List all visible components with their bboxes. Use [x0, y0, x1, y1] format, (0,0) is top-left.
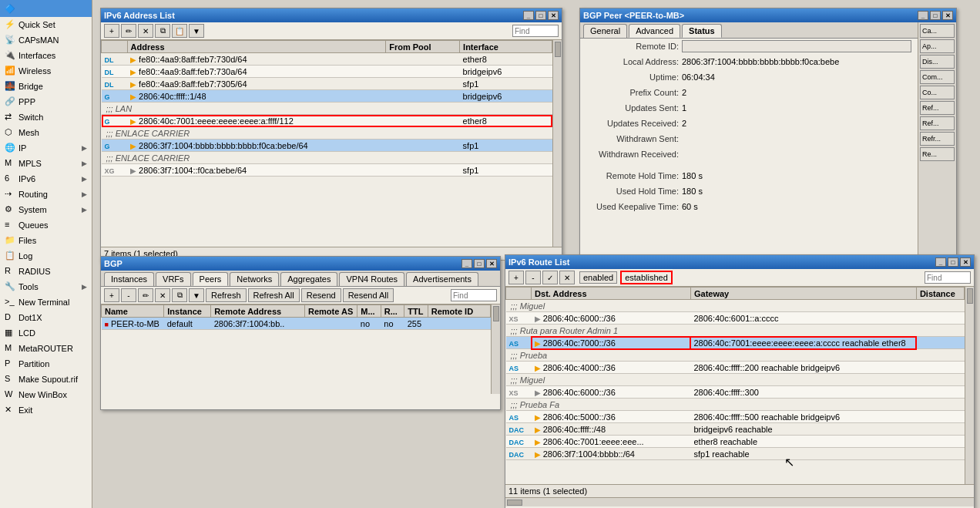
- tab-general[interactable]: General: [583, 24, 627, 38]
- sidebar-item-wireless[interactable]: 📶 Wireless: [0, 63, 92, 79]
- sidebar-item-routing[interactable]: ⇢ Routing ▶: [0, 187, 92, 202]
- sidebar-item-ipv6[interactable]: 6 IPv6 ▶: [0, 171, 92, 187]
- remote-id-input[interactable]: [682, 40, 911, 52]
- bgp-btn-dis[interactable]: Dis...: [920, 55, 955, 69]
- bgp-filter-btn[interactable]: ▼: [189, 288, 204, 302]
- add-address-btn[interactable]: +: [104, 24, 119, 38]
- bgp-edit-btn[interactable]: ✏: [138, 288, 153, 302]
- ipv6-minimize-btn[interactable]: _: [523, 11, 534, 20]
- table-row[interactable]: DL ▶ fe80::4aa9:8aff:feb7:730a/64 bridge…: [102, 66, 552, 78]
- table-row[interactable]: AS ▶ 2806:40c:5000::/36 2806:40c:ffff::5…: [506, 411, 965, 423]
- route-delete-btn[interactable]: ✕: [559, 271, 575, 284]
- sidebar-item-supout[interactable]: S Make Supout.rif: [0, 372, 92, 387]
- bgp-btn-ref1[interactable]: Ref...: [920, 101, 955, 115]
- tab-vrfs[interactable]: VRFs: [156, 272, 191, 286]
- edit-address-btn[interactable]: ✏: [121, 24, 136, 38]
- tab-advertisements[interactable]: Advertisements: [406, 272, 478, 286]
- bgp-btn-refr[interactable]: Refr...: [920, 132, 955, 146]
- bgp-btn-com[interactable]: Com...: [920, 70, 955, 84]
- bgp-copy-btn[interactable]: ⧉: [172, 288, 187, 302]
- tab-status[interactable]: Status: [682, 24, 722, 38]
- bgp-scrollbar-v[interactable]: [491, 304, 500, 394]
- bgp-remove-btn[interactable]: -: [121, 288, 136, 302]
- ipv6-close-btn[interactable]: ✕: [548, 11, 559, 20]
- table-row[interactable]: G ▶ 2806:40c:7001:eeee:eeee:eeee:a:ffff/…: [102, 115, 552, 127]
- table-row[interactable]: DL ▶ fe80::4aa9:8aff:feb7:730d/64 ether8: [102, 53, 552, 66]
- tab-vpn4-routes[interactable]: VPN4 Routes: [339, 272, 404, 286]
- ipv6-scrollbar-v[interactable]: [552, 40, 562, 247]
- bgp-refresh-btn[interactable]: Refresh: [206, 288, 247, 302]
- bgp-btn-ap[interactable]: Ap...: [920, 39, 955, 53]
- sidebar-item-metarouter[interactable]: M MetaROUTER: [0, 341, 92, 356]
- table-row[interactable]: XS ▶ 2806:40c:6000::/36 2806:40c:6001::a…: [506, 312, 965, 325]
- table-row[interactable]: G ▶ 2806:40c:ffff::1/48 bridgeipv6: [102, 90, 552, 103]
- sidebar-item-interfaces[interactable]: 🔌 Interfaces: [0, 48, 92, 63]
- sidebar-item-tools[interactable]: 🔧 Tools ▶: [0, 279, 92, 294]
- table-row[interactable]: G ▶ 2806:3f7:1004:bbbb:bbbb:bbbb:f0ca:be…: [102, 140, 552, 152]
- sidebar-item-lcd[interactable]: ▦ LCD: [0, 325, 92, 341]
- bgp-minimize[interactable]: _: [461, 259, 472, 268]
- sidebar-item-radius[interactable]: R RADIUS: [0, 264, 92, 279]
- bgp-maximize[interactable]: □: [474, 259, 485, 268]
- route-add-btn[interactable]: +: [508, 271, 524, 284]
- table-row[interactable]: DAC ▶ 2806:40c:7001:eeee:eee... ether8 r…: [506, 436, 965, 448]
- route-scrollbar-v[interactable]: [965, 287, 974, 484]
- table-row[interactable]: DAC ▶ 2806:3f7:1004:bbbb::/64 sfp1 reach…: [506, 448, 965, 460]
- copy-address-btn[interactable]: ⧉: [155, 24, 170, 38]
- sidebar-item-capsman[interactable]: 📡 CAPsMAN: [0, 32, 92, 48]
- route-remove-btn[interactable]: -: [525, 271, 541, 284]
- table-row[interactable]: XG ▶ 2806:3f7:1004::f0ca:bebe/64 sfp1: [102, 164, 552, 177]
- bgp-resend-btn[interactable]: Resend: [301, 288, 341, 302]
- tab-peers[interactable]: Peers: [193, 272, 229, 286]
- bgp-resend-all-btn[interactable]: Resend All: [343, 288, 394, 302]
- sidebar-item-quickset[interactable]: ⚡ Quick Set: [0, 17, 92, 32]
- bgp-peer-maximize[interactable]: □: [930, 11, 941, 20]
- sidebar-item-queues[interactable]: ≡ Queues: [0, 217, 92, 233]
- route-check-btn[interactable]: ✓: [542, 271, 558, 284]
- sidebar-item-dot1x[interactable]: D Dot1X: [0, 310, 92, 325]
- delete-address-btn[interactable]: ✕: [138, 24, 153, 38]
- table-row[interactable]: AS ▶ 2806:40c:4000::/36 2806:40c:ffff::2…: [506, 362, 965, 374]
- tab-advanced[interactable]: Advanced: [629, 24, 680, 38]
- ipv6-route-maximize[interactable]: □: [948, 257, 958, 267]
- sidebar-item-log[interactable]: 📋 Log: [0, 248, 92, 264]
- table-row[interactable]: ■ PEER-to-MB default 2806:3f7:1004:bb.. …: [102, 318, 491, 330]
- bgp-add-btn[interactable]: +: [104, 288, 119, 302]
- sidebar-item-partition[interactable]: P Partition: [0, 356, 92, 372]
- sidebar-item-mesh[interactable]: ⬡ Mesh: [0, 125, 92, 140]
- sidebar-item-ip[interactable]: 🌐 IP ▶: [0, 140, 92, 156]
- tab-instances[interactable]: Instances: [104, 272, 154, 286]
- sidebar-item-new-terminal[interactable]: >_ New Terminal: [0, 294, 92, 310]
- bgp-refresh-all-btn[interactable]: Refresh All: [248, 288, 300, 302]
- tab-networks[interactable]: Networks: [230, 272, 279, 286]
- tab-aggregates[interactable]: Aggregates: [280, 272, 337, 286]
- table-row[interactable]: AS ▶ 2806:40c:7000::/36 2806:40c:7001:ee…: [506, 337, 965, 349]
- route-find-input[interactable]: [925, 271, 971, 284]
- sidebar-item-mpls[interactable]: M MPLS ▶: [0, 156, 92, 171]
- ipv6-route-minimize[interactable]: _: [935, 257, 946, 267]
- bgp-btn-co[interactable]: Co...: [920, 86, 955, 99]
- bgp-delete-btn[interactable]: ✕: [155, 288, 170, 302]
- table-row[interactable]: XS ▶ 2806:40c:6000::/36 2806:40c:ffff::3…: [506, 386, 965, 399]
- sidebar-item-switch[interactable]: ⇄ Switch: [0, 109, 92, 125]
- route-scrollbar-h[interactable]: [505, 497, 974, 506]
- sidebar-item-ppp[interactable]: 🔗 PPP: [0, 94, 92, 109]
- bgp-close[interactable]: ✕: [486, 259, 497, 268]
- filter-address-btn[interactable]: ▼: [189, 24, 204, 38]
- table-row[interactable]: DAC ▶ 2806:40c:ffff::/48 bridgeipv6 reac…: [506, 423, 965, 436]
- bgp-btn-ref2[interactable]: Ref...: [920, 116, 955, 130]
- ipv6-maximize-btn[interactable]: □: [535, 11, 546, 20]
- ipv6-route-close[interactable]: ✕: [960, 257, 971, 267]
- sidebar-item-bridge[interactable]: 🌉 Bridge: [0, 79, 92, 94]
- bgp-btn-re[interactable]: Re...: [920, 147, 955, 161]
- paste-address-btn[interactable]: 📋: [172, 24, 187, 38]
- sidebar-item-files[interactable]: 📁 Files: [0, 233, 92, 248]
- bgp-peer-minimize[interactable]: _: [918, 11, 928, 20]
- bgp-find-input[interactable]: [451, 289, 497, 301]
- sidebar-item-exit[interactable]: ✕ Exit: [0, 402, 92, 418]
- bgp-btn-ca[interactable]: Ca...: [920, 24, 955, 38]
- sidebar-item-system[interactable]: ⚙ System ▶: [0, 202, 92, 217]
- table-row[interactable]: DL ▶ fe80::4aa9:8aff:feb7:7305/64 sfp1: [102, 78, 552, 90]
- ipv6-find-input[interactable]: [512, 25, 559, 37]
- bgp-peer-close[interactable]: ✕: [942, 11, 953, 20]
